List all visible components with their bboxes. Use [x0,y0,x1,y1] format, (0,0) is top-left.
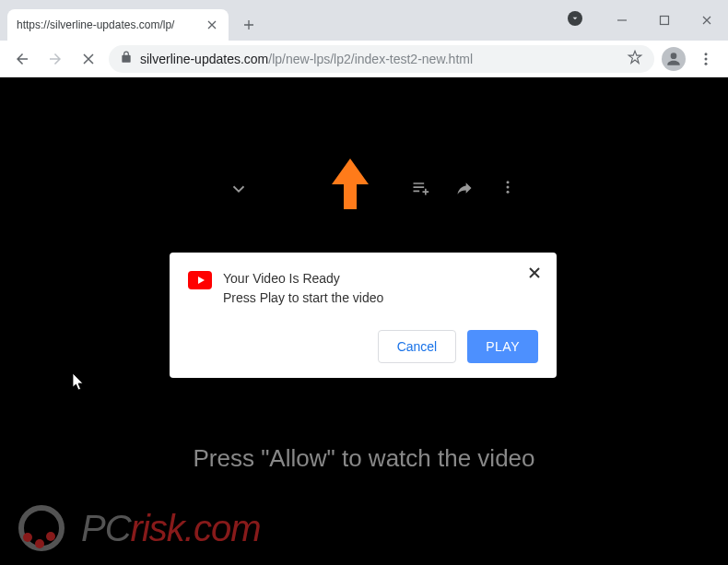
mouse-cursor [72,372,87,396]
watermark-text: PCrisk.com [81,508,260,549]
svg-point-2 [705,57,708,60]
window-controls [568,0,728,41]
maximize-button[interactable] [643,7,686,33]
lock-icon [120,51,133,66]
arrow-annotation [327,159,373,227]
svg-point-1 [705,53,708,55]
browser-tab[interactable]: https://silverline-updates.com/lp/ [7,9,229,41]
dialog-close-icon[interactable] [527,265,542,284]
play-button[interactable]: PLAY [467,330,538,363]
address-bar[interactable]: silverline-updates.com/lp/new-lps/lp2/in… [109,45,654,73]
more-icon[interactable] [499,179,516,203]
chevron-down-icon[interactable] [229,179,249,203]
dialog-line2: Press Play to start the video [223,288,538,308]
watermark: PCrisk.com [18,500,260,556]
bookmark-star-icon[interactable] [627,49,643,68]
browser-menu-button[interactable] [693,46,719,72]
profile-avatar[interactable] [662,47,686,71]
url-path: /lp/new-lps/lp2/index-test2-new.html [268,52,473,66]
new-tab-button[interactable] [236,12,262,38]
url-host: silverline-updates.com [140,52,268,66]
close-tab-icon[interactable] [205,18,219,32]
url-text: silverline-updates.com/lp/new-lps/lp2/in… [140,52,473,66]
forward-button[interactable] [42,46,68,72]
page-content: Your Video Is Ready Press Play to start … [0,77,728,565]
close-window-button[interactable] [686,7,728,33]
tab-title: https://silverline-updates.com/lp/ [17,18,201,31]
back-button[interactable] [9,46,35,72]
svg-point-5 [507,186,510,189]
watermark-logo-icon [18,500,74,556]
minimize-button[interactable] [601,7,643,33]
dialog-line1: Your Video Is Ready [223,269,538,288]
youtube-icon [188,271,212,289]
svg-point-3 [705,62,708,65]
svg-rect-0 [661,17,669,25]
allow-prompt-text: Press "Allow" to watch the video [0,444,728,473]
share-icon[interactable] [455,179,474,203]
tab-search-button[interactable] [568,11,582,26]
svg-point-6 [507,191,510,194]
cancel-button[interactable]: Cancel [378,330,457,363]
svg-point-4 [507,181,510,183]
dialog-message: Your Video Is Ready Press Play to start … [223,269,538,308]
browser-toolbar: silverline-updates.com/lp/new-lps/lp2/in… [0,41,728,77]
video-ready-dialog: Your Video Is Ready Press Play to start … [170,253,557,378]
window-titlebar: https://silverline-updates.com/lp/ [0,0,728,41]
playlist-add-icon[interactable] [411,179,429,203]
stop-reload-button[interactable] [76,46,101,72]
